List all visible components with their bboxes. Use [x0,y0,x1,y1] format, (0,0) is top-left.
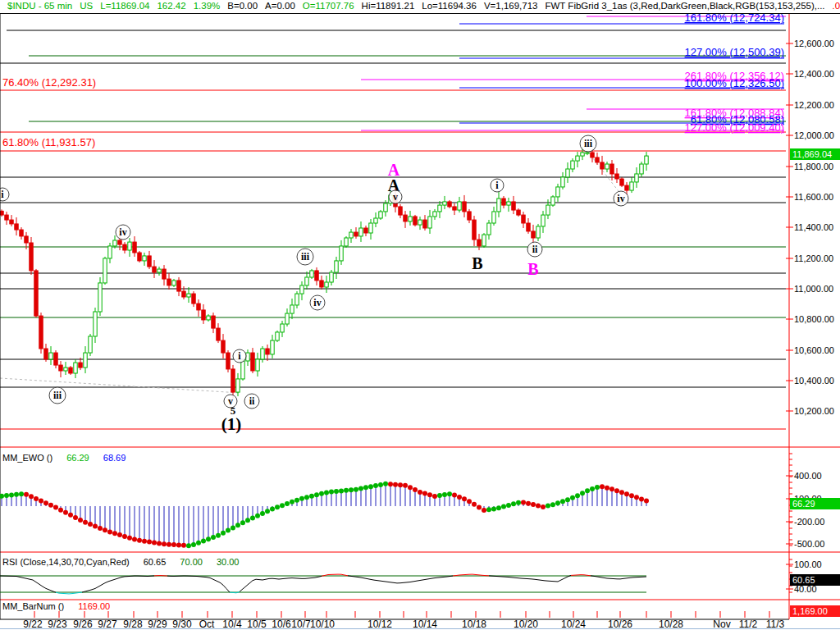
rsi-line-segment [417,581,420,582]
ewo-dot [373,483,378,488]
candle [630,182,633,190]
ewo-dot [482,508,486,513]
ewo-dot [398,482,403,487]
rsi-title: RSI (Close,14,30,70,Cyan,Red) [2,557,130,567]
candle [635,174,638,182]
label: 10/20 [514,619,538,630]
title-segment-11: FWT FibGrid 3_1as (3,Red,DarkGreen,Black… [545,0,824,12]
ewo-dot [73,515,78,520]
rsi-upper-level: 70.00 [180,557,203,567]
rsi-line-segment [591,576,594,577]
ewo-dot [39,499,43,504]
candle [517,210,520,215]
candle [69,368,72,373]
ewo-dot [506,503,511,508]
candle [428,217,431,228]
chart-canvas[interactable]: 161.80% (12,724.34)127.00% (12,500.39)26… [0,0,840,630]
label: Oct [199,619,215,630]
ewo-dot [245,518,250,523]
label: 11,800.00 [794,162,833,171]
candle [300,285,304,294]
candle [221,340,225,353]
candle [285,313,289,324]
ewo-dot [112,531,117,536]
rsi-line-segment [75,593,79,594]
candle [89,336,92,353]
rsi-line-segment [374,580,377,581]
rsi-line-segment [538,580,541,581]
ewo-dot [334,489,339,494]
candle [438,205,441,212]
candle [458,202,461,210]
candle [108,246,112,258]
label: 76.40% (12,292.31) [2,76,96,89]
ewo-dot [609,486,614,491]
ewo-dot [624,491,629,496]
candle [335,261,338,272]
candle [349,232,353,238]
label: 400.00 [794,471,822,481]
title-segment-12: .00 [833,0,840,12]
candle [546,205,550,215]
candle [409,217,412,221]
ewo-dot [167,542,171,547]
ewo-dot [546,504,550,509]
candle [20,230,23,236]
ewo-dot [432,494,437,499]
ewo-dot [171,542,176,547]
candle [153,267,156,272]
ewo-dot [250,515,255,520]
ewo-value-box: 66.29 [790,498,840,509]
rsi-line-segment [390,582,394,583]
label: 9/26 [73,619,93,630]
candle [413,217,417,225]
ewo-dot [157,541,162,546]
candle [399,207,402,215]
label: iii [53,390,62,401]
ewo-dot [644,499,649,504]
rsi-line-segment [587,575,591,576]
candle [251,353,254,371]
candle [39,316,43,349]
ewo-dot [550,502,555,507]
label: 12,400.00 [794,69,834,79]
label: 9/27 [98,619,117,630]
ewo-dot [68,513,73,518]
label: B [527,260,538,278]
ewo-dot [103,527,107,532]
candle [271,340,274,354]
ewo-dot [122,534,127,539]
ewo-dot [457,495,462,500]
label: ii [249,395,255,407]
label: 10,400.00 [794,376,834,386]
candle [404,215,407,221]
label: 10/12 [368,619,392,630]
candle [44,349,48,359]
label: 9/30 [172,619,192,630]
candle [625,185,628,190]
candle [561,177,564,187]
ewo-dot [196,541,201,546]
ewo-dot [339,488,344,493]
rsi-line-segment [423,579,427,580]
candle [143,256,146,261]
ewo-dot [29,494,34,499]
candle [605,164,609,169]
label: 100.00 [794,559,822,569]
candle [551,197,555,205]
rsi-line-segment [627,578,630,578]
rsi-line-segment [351,576,354,577]
ewo-dot [422,491,427,496]
label: 10/26 [608,619,632,630]
rsi-line-segment [394,582,397,583]
candle [576,156,579,161]
last-price-box: 11,869.04 [790,148,840,160]
candle [586,153,589,153]
title-segment-10: V=1,169,713 [484,0,538,12]
candle [512,202,515,210]
label: 9/23 [48,619,67,630]
label: 11,000.00 [794,284,833,294]
candle [448,202,451,207]
title-segment-7: O=11707.76 [303,0,354,12]
candle [54,353,57,365]
